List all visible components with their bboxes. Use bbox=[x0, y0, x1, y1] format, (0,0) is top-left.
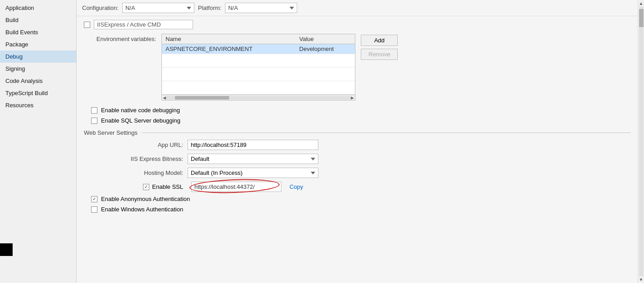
sidebar-item-build[interactable]: Build bbox=[0, 14, 76, 26]
top-bar: Configuration: N/A Platform: N/A bbox=[77, 0, 638, 16]
app-url-label: App URL: bbox=[120, 142, 188, 148]
env-cell-name: ASPNETCORE_ENVIRONMENT bbox=[162, 44, 296, 54]
truncated-checkbox[interactable] bbox=[84, 22, 90, 28]
env-section: Environment variables: Name Value bbox=[84, 34, 630, 100]
ssl-label: Enable SSL bbox=[152, 183, 183, 190]
sql-debug-checkbox[interactable] bbox=[91, 118, 97, 124]
black-box-artifact bbox=[0, 243, 13, 256]
anon-auth-checkbox[interactable] bbox=[91, 196, 97, 202]
env-scroll-left[interactable]: ◀ bbox=[163, 96, 166, 100]
env-scrollbar-thumb bbox=[175, 96, 229, 100]
sidebar-item-resources[interactable]: Resources bbox=[0, 99, 76, 111]
configuration-label: Configuration: bbox=[82, 5, 119, 11]
anon-auth-row: Enable Anonymous Authentication bbox=[91, 196, 630, 202]
main-content: Configuration: N/A Platform: N/A Environ… bbox=[77, 0, 638, 283]
platform-label: Platform: bbox=[198, 5, 221, 11]
content-area: Environment variables: Name Value bbox=[77, 16, 638, 283]
native-debug-row: Enable native code debugging bbox=[91, 107, 630, 114]
native-debug-checkbox[interactable] bbox=[91, 107, 97, 114]
env-col-value: Value bbox=[296, 34, 355, 44]
hosting-model-select[interactable]: Default (In Process) bbox=[188, 168, 318, 178]
windows-auth-checkbox[interactable] bbox=[91, 206, 97, 213]
windows-auth-row: Enable Windows Authentication bbox=[91, 206, 630, 213]
ssl-url-input[interactable] bbox=[191, 182, 281, 192]
sidebar-item-debug[interactable]: Debug bbox=[0, 50, 76, 63]
sql-debug-row: Enable SQL Server debugging bbox=[91, 117, 630, 124]
env-cell-value: Development bbox=[296, 44, 355, 54]
env-table-container: Name Value ASPNETCORE_ENVIRONMENT Develo… bbox=[161, 34, 355, 100]
iis-bitness-select[interactable]: Default bbox=[188, 154, 318, 164]
ssl-row: Enable SSL Copy bbox=[120, 182, 630, 192]
env-buttons: Add Remove bbox=[361, 34, 398, 100]
sidebar: Application Build Build Events Package D… bbox=[0, 0, 77, 283]
env-vars-label: Environment variables: bbox=[84, 34, 156, 100]
add-button[interactable]: Add bbox=[361, 35, 398, 46]
app-url-row: App URL: bbox=[120, 140, 630, 150]
hosting-model-row: Hosting Model: Default (In Process) bbox=[120, 168, 630, 178]
env-col-name: Name bbox=[162, 34, 296, 44]
scroll-up-arrow[interactable]: ▲ bbox=[639, 1, 644, 6]
sidebar-item-build-events[interactable]: Build Events bbox=[0, 26, 76, 38]
ssl-url-wrapper bbox=[191, 182, 281, 192]
scrollbar-track bbox=[639, 7, 644, 276]
env-scroll-right[interactable]: ▶ bbox=[351, 96, 354, 100]
sidebar-item-code-analysis[interactable]: Code Analysis bbox=[0, 75, 76, 87]
scroll-down-arrow[interactable]: ▼ bbox=[639, 277, 644, 282]
remove-button[interactable]: Remove bbox=[361, 49, 398, 60]
anon-auth-label: Enable Anonymous Authentication bbox=[101, 196, 190, 202]
sidebar-item-typescript-build[interactable]: TypeScript Build bbox=[0, 87, 76, 99]
sidebar-item-signing[interactable]: Signing bbox=[0, 63, 76, 75]
sql-debug-label: Enable SQL Server debugging bbox=[101, 117, 180, 124]
native-debug-label: Enable native code debugging bbox=[101, 107, 180, 114]
iis-bitness-row: IIS Express Bitness: Default bbox=[120, 154, 630, 164]
scrollbar-thumb bbox=[639, 9, 644, 27]
env-row-empty-3 bbox=[162, 81, 355, 95]
configuration-select[interactable]: N/A bbox=[122, 3, 194, 13]
divider-line bbox=[142, 132, 630, 133]
truncated-row bbox=[84, 20, 630, 29]
env-table: Name Value ASPNETCORE_ENVIRONMENT Develo… bbox=[162, 34, 355, 95]
env-row[interactable]: ASPNETCORE_ENVIRONMENT Development bbox=[162, 44, 355, 54]
env-scrollbar[interactable]: ◀ ▶ bbox=[162, 95, 355, 100]
truncated-input[interactable] bbox=[94, 20, 193, 29]
sidebar-item-application[interactable]: Application bbox=[0, 2, 76, 14]
platform-select[interactable]: N/A bbox=[225, 3, 297, 13]
hosting-model-label: Hosting Model: bbox=[120, 169, 188, 176]
ssl-label-area: Enable SSL bbox=[120, 183, 188, 190]
ssl-checkbox[interactable] bbox=[143, 184, 149, 190]
iis-bitness-label: IIS Express Bitness: bbox=[120, 155, 188, 162]
app-url-input[interactable] bbox=[188, 140, 318, 150]
env-scrollbar-track bbox=[166, 96, 351, 100]
sidebar-item-package[interactable]: Package bbox=[0, 38, 76, 50]
web-server-divider: Web Server Settings bbox=[84, 129, 630, 136]
windows-auth-label: Enable Windows Authentication bbox=[101, 206, 183, 213]
web-server-label: Web Server Settings bbox=[84, 129, 138, 136]
env-row-empty-2 bbox=[162, 68, 355, 81]
copy-link[interactable]: Copy bbox=[290, 183, 303, 190]
right-scrollbar[interactable]: ▲ ▼ bbox=[638, 0, 644, 283]
env-row-empty-1 bbox=[162, 54, 355, 68]
